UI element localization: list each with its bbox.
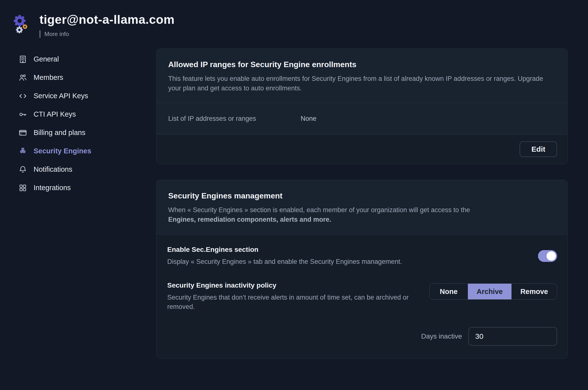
sidebar-item-label: General	[34, 55, 59, 63]
gear-orange	[23, 24, 27, 29]
settings-content: Allowed IP ranges for Security Engine en…	[156, 49, 568, 359]
description-normal: When « Security Engines » section is ena…	[168, 206, 470, 214]
more-info-bar	[40, 30, 41, 38]
credit-card-icon	[18, 128, 27, 137]
cubes-icon	[18, 147, 27, 155]
inactivity-policy-description: Security Engines that don’t receive aler…	[167, 293, 415, 311]
sidebar-item-general[interactable]: General	[18, 50, 156, 68]
enable-section-row: Enable Sec.Engines section Display « Sec…	[167, 236, 557, 275]
building-icon	[18, 55, 27, 64]
sidebar-item-label: CTI API Keys	[34, 110, 76, 118]
inactivity-policy-row: Security Engines inactivity policy Secur…	[167, 275, 557, 311]
description-bold: Engines, remediation components, alerts …	[168, 215, 556, 224]
enable-section-toggle[interactable]	[538, 250, 557, 262]
grid-icon	[18, 184, 27, 192]
days-inactive-label: Days inactive	[421, 333, 462, 340]
sidebar-item-label: Service API Keys	[34, 92, 88, 100]
more-info-link[interactable]: More info	[40, 30, 175, 38]
enable-section-label: Enable Sec.Engines section	[167, 246, 402, 253]
sidebar-item-integrations[interactable]: Integrations	[18, 179, 156, 197]
segment-archive[interactable]: Archive	[468, 284, 512, 299]
sidebar-item-label: Security Engines	[34, 147, 91, 155]
ip-list-value: None	[301, 115, 317, 122]
sidebar-item-label: Notifications	[34, 165, 72, 173]
gears-logo	[13, 15, 31, 35]
days-inactive-row: Days inactive	[167, 311, 557, 349]
engines-management-card: Security Engines management When « Secur…	[156, 180, 568, 359]
gear-lavender	[16, 26, 23, 33]
engines-management-header: Security Engines management When « Secur…	[156, 180, 567, 235]
code-brackets-icon	[18, 92, 27, 100]
allowed-ip-card-title: Allowed IP ranges for Security Engine en…	[168, 60, 556, 69]
engines-management-title: Security Engines management	[168, 191, 556, 200]
page-header: tiger@not-a-llama.com More info	[0, 0, 588, 38]
days-inactive-input[interactable]	[468, 327, 557, 346]
sidebar-item-cti-api-keys[interactable]: CTI API Keys	[18, 105, 156, 123]
sidebar-item-billing[interactable]: Billing and plans	[18, 123, 156, 142]
segment-none[interactable]: None	[430, 284, 468, 299]
enable-section-description: Display « Security Engines » tab and ena…	[167, 257, 402, 266]
sidebar-item-service-api-keys[interactable]: Service API Keys	[18, 87, 156, 105]
ip-list-row: List of IP addresses or ranges None	[156, 103, 567, 135]
segment-remove[interactable]: Remove	[512, 284, 557, 299]
toggle-knob	[547, 251, 556, 261]
key-icon	[18, 110, 27, 119]
engines-management-description: When « Security Engines » section is ena…	[168, 205, 556, 224]
allowed-ip-card-header: Allowed IP ranges for Security Engine en…	[156, 49, 567, 103]
sidebar-item-label: Billing and plans	[34, 129, 85, 137]
sidebar-item-label: Members	[34, 73, 63, 82]
inactivity-policy-segmented-control: None Archive Remove	[429, 284, 557, 300]
enable-section-text: Enable Sec.Engines section Display « Sec…	[167, 246, 402, 266]
sidebar-item-label: Integrations	[34, 184, 71, 192]
sidebar-item-security-engines[interactable]: Security Engines	[18, 142, 156, 160]
settings-sidebar: General Members Service API Keys	[18, 49, 156, 359]
ip-list-label: List of IP addresses or ranges	[168, 115, 301, 122]
bell-icon	[18, 165, 27, 174]
allowed-ip-card: Allowed IP ranges for Security Engine en…	[156, 49, 568, 164]
inactivity-policy-label: Security Engines inactivity policy	[167, 282, 415, 289]
inactivity-policy-text: Security Engines inactivity policy Secur…	[167, 282, 415, 311]
sidebar-item-members[interactable]: Members	[18, 68, 156, 87]
allowed-ip-card-footer: Edit	[156, 135, 567, 164]
sidebar-item-notifications[interactable]: Notifications	[18, 160, 156, 179]
allowed-ip-card-description: This feature lets you enable auto enroll…	[168, 74, 556, 93]
page-title: tiger@not-a-llama.com	[40, 13, 175, 26]
edit-button[interactable]: Edit	[520, 141, 557, 157]
engines-management-body: Enable Sec.Engines section Display « Sec…	[156, 235, 567, 358]
members-icon	[18, 73, 27, 82]
